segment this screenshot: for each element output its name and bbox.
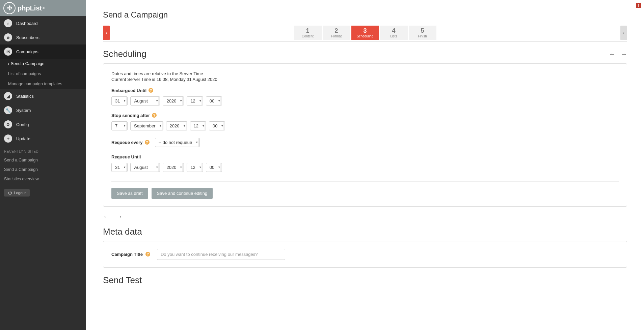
nav-label: Subscribers xyxy=(16,35,39,40)
nav-update[interactable]: ＋ Update xyxy=(0,131,86,146)
requeue-day-select[interactable]: 31 xyxy=(111,163,128,172)
stop-minute-select[interactable]: 00 xyxy=(209,121,225,130)
requeue-every-label: Requeue every ? xyxy=(111,140,150,145)
wizard-prev-button[interactable]: ‹ xyxy=(103,26,110,40)
section-next-arrow[interactable]: → xyxy=(620,50,627,58)
wrench-icon: 🔧 xyxy=(4,106,12,114)
send-test-title: Send Test xyxy=(103,275,627,286)
home-icon: ⌂ xyxy=(4,19,12,27)
wizard-num: 1 xyxy=(295,28,320,34)
subnav-templates[interactable]: Manage campaign templates xyxy=(0,79,86,89)
campaign-title-label: Campaign Title xyxy=(111,252,143,257)
envelope-icon: ✉ xyxy=(4,48,12,56)
section-nav-arrows: ← → xyxy=(609,50,627,58)
wizard-num: 4 xyxy=(381,28,406,34)
subnav-list-campaigns[interactable]: List of campaigns xyxy=(0,69,86,79)
bottom-prev-arrow[interactable]: ← xyxy=(103,213,110,220)
scheduling-title: Scheduling xyxy=(103,49,146,59)
server-time-note: Dates and times are relative to the Serv… xyxy=(111,71,619,76)
campaigns-submenu: › Send a Campaign List of campaigns Mana… xyxy=(0,59,86,89)
nav-statistics[interactable]: ◢ Statistics xyxy=(0,89,86,103)
requeue-year-select[interactable]: 2020 xyxy=(163,163,184,172)
user-icon: ☻ xyxy=(4,33,12,41)
sidebar: ✣ phpList® ⌂ Dashboard ☻ Subscribers ✉ C… xyxy=(0,0,86,296)
stop-date-row: 7 September 2020 12 00 xyxy=(111,121,619,130)
stop-year-select[interactable]: 2020 xyxy=(166,121,187,130)
help-icon[interactable]: ? xyxy=(145,140,150,145)
power-icon: ⏻ xyxy=(8,191,12,195)
requeue-minute-select[interactable]: 00 xyxy=(206,163,222,172)
nav-dashboard[interactable]: ⌂ Dashboard xyxy=(0,16,86,30)
main-content: Send a Campaign ‹ 1 Content 2 Format 3 S… xyxy=(86,0,644,296)
embargoed-label: Embargoed Until ? xyxy=(111,88,619,93)
logo[interactable]: ✣ phpList® xyxy=(3,2,45,14)
nav-label: Config xyxy=(16,122,29,127)
nav-subscribers[interactable]: ☻ Subscribers xyxy=(0,30,86,44)
wizard-label: Content xyxy=(295,34,320,38)
meta-data-title: Meta data xyxy=(103,227,627,237)
subnav-label: List of campaigns xyxy=(8,71,41,76)
wizard-label: Finish xyxy=(410,34,435,38)
requeue-hour-select[interactable]: 12 xyxy=(187,163,203,172)
subnav-label: Send a Campaign xyxy=(11,61,45,66)
meta-data-panel: Campaign Title ? xyxy=(103,241,627,268)
recently-visited-label: RECENTLY VISITED xyxy=(0,146,86,155)
wizard-tab-scheduling[interactable]: 3 Scheduling xyxy=(351,26,379,40)
wizard-tabs: ‹ 1 Content 2 Format 3 Scheduling 4 List… xyxy=(103,26,627,40)
embargoed-year-select[interactable]: 2020 xyxy=(163,96,184,106)
stop-day-select[interactable]: 7 xyxy=(111,121,128,130)
wizard-tab-finish[interactable]: 5 Finish xyxy=(409,26,436,40)
section-prev-arrow[interactable]: ← xyxy=(609,50,616,58)
nav-system[interactable]: 🔧 System xyxy=(0,103,86,117)
wizard-label: Format xyxy=(324,34,349,38)
embargoed-minute-select[interactable]: 00 xyxy=(206,96,222,106)
help-icon[interactable]: ? xyxy=(152,113,157,118)
nav-label: Dashboard xyxy=(16,21,38,26)
help-icon[interactable]: ? xyxy=(145,252,150,257)
error-badge[interactable]: ! xyxy=(636,3,641,8)
requeue-until-date-row: 31 August 2020 12 00 xyxy=(111,163,619,172)
logout-button[interactable]: ⏻ Logout xyxy=(4,189,30,197)
wizard-label: Scheduling xyxy=(353,34,378,38)
subnav-send-campaign[interactable]: › Send a Campaign xyxy=(0,59,86,69)
stop-hour-select[interactable]: 12 xyxy=(190,121,206,130)
wizard-tab-lists[interactable]: 4 Lists xyxy=(380,26,408,40)
nav-label: Update xyxy=(16,136,30,141)
recent-item[interactable]: Send a Campaign xyxy=(0,155,86,165)
wizard-num: 2 xyxy=(324,28,349,34)
embargoed-day-select[interactable]: 31 xyxy=(111,96,128,106)
embargoed-date-row: 31 August 2020 12 00 xyxy=(111,96,619,106)
wizard-num: 3 xyxy=(353,28,378,34)
plus-icon: ＋ xyxy=(4,134,12,143)
wizard-tab-format[interactable]: 2 Format xyxy=(323,26,350,40)
help-icon[interactable]: ? xyxy=(149,88,153,93)
wizard-next-button[interactable]: › xyxy=(620,26,627,40)
embargoed-month-select[interactable]: August xyxy=(130,96,160,106)
requeue-month-select[interactable]: August xyxy=(130,163,160,172)
bottom-next-arrow[interactable]: → xyxy=(116,213,123,220)
subnav-label: Manage campaign templates xyxy=(8,82,62,86)
sidebar-header: ✣ phpList® xyxy=(0,0,86,16)
wizard-num: 5 xyxy=(410,28,435,34)
page-title: Send a Campaign xyxy=(103,10,627,20)
recent-item[interactable]: Send a Campaign xyxy=(0,165,86,174)
bottom-nav: ← → xyxy=(103,213,627,220)
logout-label: Logout xyxy=(14,191,26,195)
embargoed-hour-select[interactable]: 12 xyxy=(187,96,203,106)
nav-config[interactable]: ⚙ Config xyxy=(0,117,86,131)
save-draft-button[interactable]: Save as draft xyxy=(111,188,148,199)
requeue-every-select[interactable]: -- do not requeue xyxy=(155,138,200,147)
brand-name: phpList xyxy=(18,4,42,12)
server-time-value: Current Server Time is 16:08, Monday 31 … xyxy=(111,77,619,82)
recent-item[interactable]: Statistics overview xyxy=(0,174,86,184)
divider xyxy=(111,181,619,182)
nav-campaigns[interactable]: ✉ Campaigns xyxy=(0,44,86,59)
nav-label: System xyxy=(16,108,31,113)
scheduling-panel: Dates and times are relative to the Serv… xyxy=(103,63,627,207)
save-continue-button[interactable]: Save and continue editing xyxy=(152,188,213,199)
wizard-tab-content[interactable]: 1 Content xyxy=(294,26,322,40)
wizard-underline xyxy=(103,41,627,42)
stop-month-select[interactable]: September xyxy=(130,121,163,130)
logo-icon: ✣ xyxy=(3,2,16,14)
campaign-title-input[interactable] xyxy=(157,249,285,260)
